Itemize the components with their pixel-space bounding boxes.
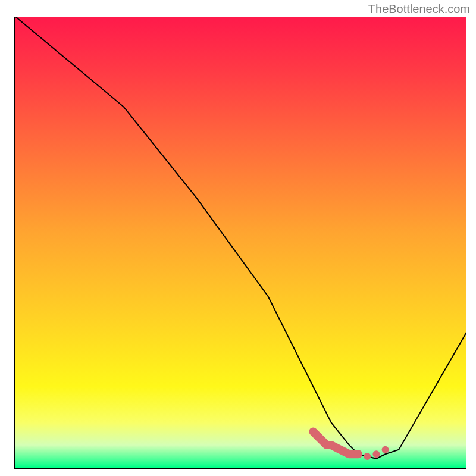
marker-dot	[364, 453, 371, 460]
bottleneck-curve-line	[15, 17, 466, 459]
chart-svg-overlay	[15, 17, 466, 468]
marker-segment	[313, 431, 358, 454]
marker-dot	[382, 446, 389, 453]
marker-dot	[372, 450, 380, 458]
chart-plot-area	[14, 17, 466, 469]
highlighted-markers	[313, 431, 389, 460]
attribution-text: TheBottleneck.com	[368, 2, 470, 16]
